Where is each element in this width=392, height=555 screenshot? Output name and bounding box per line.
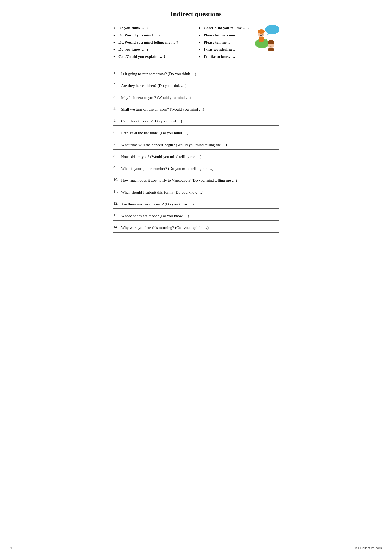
question-line [113, 90, 279, 90]
question-number: 6. [113, 130, 121, 134]
question-number: 11. [113, 189, 121, 194]
question-line [113, 161, 279, 161]
left-bullet-item: Can/Could you explain … ? [113, 54, 193, 59]
question-line [113, 149, 279, 150]
question-number: 2. [113, 82, 121, 87]
question-item: 11.When should I submit this form? (Do y… [113, 188, 279, 197]
question-row: 8.How old are you? (Would you mind telli… [113, 152, 279, 161]
svg-point-5 [258, 29, 265, 34]
right-bullet-item: I'd like to know … [199, 54, 251, 59]
question-item: 14.Why were you late this morning? (Can … [113, 223, 279, 232]
left-bullet-item: Do you know … ? [113, 47, 193, 52]
question-text: Whose shoes are those? (Do you know …) [121, 213, 279, 219]
svg-rect-13 [268, 48, 274, 51]
question-item: 6.Let's sit at the bar table. (Do you mi… [113, 128, 279, 138]
question-number: 4. [113, 106, 121, 111]
question-number: 7. [113, 142, 121, 146]
right-bullet-item: Please let me know … [199, 33, 251, 37]
question-line [113, 197, 279, 197]
questions-section: 1.Is it going to rain tomorrow? (Do you … [113, 69, 279, 233]
question-line [113, 102, 279, 102]
question-number: 12. [113, 201, 121, 206]
question-text: When should I submit this form? (Do you … [121, 189, 279, 195]
question-text: How old are you? (Would you mind telling… [121, 154, 279, 160]
right-bullet-item: I was wondering … [199, 47, 251, 52]
svg-point-11 [270, 45, 270, 45]
right-bullet-item: Can/Could you tell me … ? [199, 26, 251, 30]
question-row: 7.What time will the concert begin? (Wou… [113, 140, 279, 149]
svg-rect-8 [259, 37, 264, 42]
question-text: How much does it cost to fly to Vancouve… [121, 177, 279, 183]
question-row: 12.Are these answers correct? (Do you kn… [113, 200, 279, 208]
question-item: 4.Shall we turn off the air-cons? (Would… [113, 105, 279, 114]
question-number: 3. [113, 95, 121, 99]
question-item: 2.Are they her children? (Do you think …… [113, 81, 279, 90]
question-item: 3.May I sit next to you? (Would you mind… [113, 93, 279, 102]
question-text: Shall we turn off the air-cons? (Would y… [121, 106, 279, 112]
question-row: 11.When should I submit this form? (Do y… [113, 188, 279, 196]
question-item: 1.Is it going to rain tomorrow? (Do you … [113, 69, 279, 78]
question-row: 10.How much does it cost to fly to Vanco… [113, 176, 279, 184]
question-item: 9.What is your phone number? (Do you min… [113, 164, 279, 173]
question-text: Are these answers correct? (Do you know … [121, 201, 279, 207]
question-number: 9. [113, 165, 121, 170]
left-bullet-item: Do you think … ? [113, 26, 193, 30]
question-line [113, 114, 279, 114]
right-bullet-item: Please tell me … [199, 40, 251, 45]
left-bullet-item: Do/Would you mind … ? [113, 33, 193, 37]
question-row: 2.Are they her children? (Do you think …… [113, 81, 279, 89]
bullets-section: Do you think … ?Do/Would you mind … ?Do/… [113, 26, 279, 61]
question-item: 7.What time will the concert begin? (Wou… [113, 140, 279, 150]
question-number: 10. [113, 177, 121, 182]
svg-point-12 [272, 45, 273, 45]
question-text: What time will the concert begin? (Would… [121, 142, 279, 148]
right-column: Can/Could you tell me … ?Please let me k… [199, 26, 279, 61]
page-title: Indirect questions [113, 10, 279, 18]
question-text: May I sit next to you? (Would you mind …… [121, 95, 279, 100]
question-number: 8. [113, 154, 121, 158]
question-text: Why were you late this morning? (Can you… [121, 225, 279, 231]
svg-point-7 [262, 34, 263, 35]
question-item: 5.Can I take this call? (Do you mind …) [113, 117, 279, 126]
question-line [113, 232, 279, 233]
question-item: 12.Are these answers correct? (Do you kn… [113, 200, 279, 209]
question-text: Let's sit at the bar table. (Do you mind… [121, 130, 279, 136]
left-bullet-item: Do/Would you mind telling me … ? [113, 40, 193, 45]
question-line [113, 220, 279, 221]
question-row: 4.Shall we turn off the air-cons? (Would… [113, 105, 279, 113]
question-text: Are they her children? (Do you think …) [121, 82, 279, 88]
question-number: 13. [113, 213, 121, 217]
question-text: Can I take this call? (Do you mind …) [121, 118, 279, 124]
right-bullet-list: Can/Could you tell me … ?Please let me k… [199, 26, 251, 59]
question-line [113, 208, 279, 209]
question-row: 14.Why were you late this morning? (Can … [113, 223, 279, 232]
left-bullet-list: Do you think … ?Do/Would you mind … ?Do/… [113, 26, 193, 61]
question-row: 1.Is it going to rain tomorrow? (Do you … [113, 69, 279, 78]
question-item: 13.Whose shoes are those? (Do you know …… [113, 211, 279, 221]
question-text: Is it going to rain tomorrow? (Do you th… [121, 71, 279, 77]
question-number: 14. [113, 225, 121, 229]
svg-point-0 [265, 25, 279, 34]
question-number: 5. [113, 118, 121, 123]
svg-point-6 [260, 34, 261, 35]
question-number: 1. [113, 71, 121, 75]
question-row: 5.Can I take this call? (Do you mind …) [113, 117, 279, 125]
question-item: 10.How much does it cost to fly to Vanco… [113, 176, 279, 185]
question-row: 3.May I sit next to you? (Would you mind… [113, 93, 279, 101]
question-line [113, 138, 279, 138]
illustration [251, 24, 281, 53]
question-line [113, 185, 279, 185]
question-line [113, 78, 279, 78]
question-text: What is your phone number? (Do you mind … [121, 165, 279, 171]
question-row: 9.What is your phone number? (Do you min… [113, 164, 279, 172]
question-row: 13.Whose shoes are those? (Do you know …… [113, 211, 279, 220]
question-row: 6.Let's sit at the bar table. (Do you mi… [113, 128, 279, 137]
question-line [113, 173, 279, 173]
svg-point-10 [268, 40, 274, 44]
question-item: 8.How old are you? (Would you mind telli… [113, 152, 279, 161]
question-line [113, 125, 279, 126]
